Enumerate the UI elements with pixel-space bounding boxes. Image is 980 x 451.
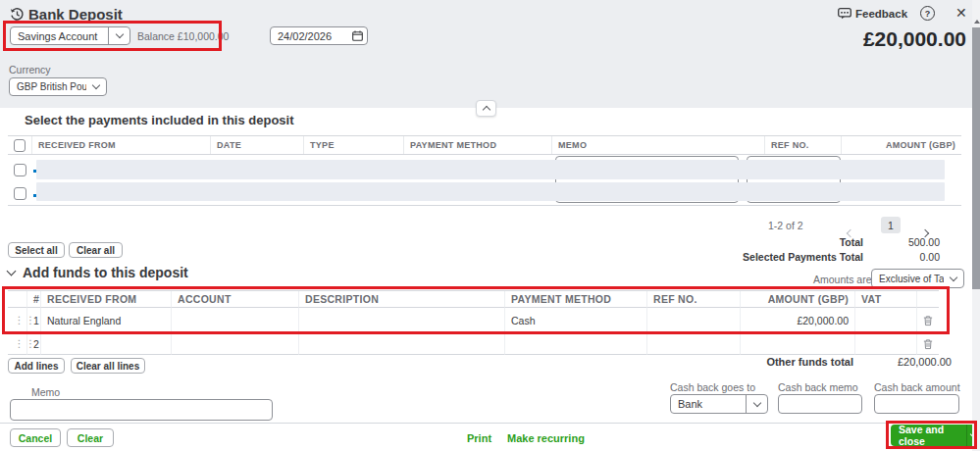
af-row1-num: 1 bbox=[27, 308, 41, 333]
chevron-down-icon bbox=[746, 395, 767, 413]
deposit-date-input[interactable]: 24/02/2026 bbox=[270, 26, 368, 45]
make-recurring-link[interactable]: Make recurring bbox=[507, 432, 585, 444]
currency-select[interactable]: GBP British Pound St... bbox=[9, 77, 107, 96]
memo-textarea[interactable] bbox=[10, 399, 273, 421]
cash-back-memo-label: Cash back memo bbox=[778, 381, 858, 393]
add-lines-button[interactable]: Add lines bbox=[8, 358, 65, 374]
af-col-amount: AMOUNT (GBP) bbox=[741, 291, 855, 308]
af-row1-description[interactable] bbox=[299, 308, 505, 333]
af-actions-col-header bbox=[917, 291, 939, 308]
account-balance-label: Balance £10,000.00 bbox=[137, 30, 229, 42]
af-row2-delete[interactable] bbox=[917, 333, 939, 355]
af-row2-vat[interactable] bbox=[855, 333, 917, 355]
col-type: TYPE bbox=[304, 136, 404, 154]
col-amount: AMOUNT (GBP) bbox=[842, 136, 961, 154]
col-memo: MEMO bbox=[552, 136, 765, 154]
clear-button[interactable]: Clear bbox=[67, 428, 114, 447]
af-col-description: DESCRIPTION bbox=[299, 291, 505, 308]
save-and-close-split-button[interactable]: Save and close bbox=[891, 425, 980, 446]
trash-icon bbox=[923, 337, 933, 351]
save-and-close-button[interactable]: Save and close bbox=[891, 425, 966, 446]
add-funds-heading-row[interactable]: Add funds to this deposit bbox=[8, 265, 188, 280]
help-icon[interactable]: ? bbox=[920, 6, 935, 21]
total-label: Total bbox=[667, 236, 863, 248]
selected-total-label: Selected Payments Total bbox=[667, 251, 863, 263]
drag-handle-icon[interactable]: ⋮⋮ bbox=[8, 308, 27, 333]
chevron-down-icon bbox=[944, 277, 963, 280]
af-row2-ref-no[interactable] bbox=[647, 333, 741, 355]
af-row2-description[interactable] bbox=[299, 333, 505, 355]
chevron-down-icon bbox=[108, 27, 129, 44]
col-ref-no: REF NO. bbox=[765, 136, 842, 154]
af-row1-payment-method[interactable]: Cash bbox=[505, 308, 647, 333]
total-value: 500.00 bbox=[844, 236, 940, 248]
cash-back-goes-to-select[interactable]: Bank bbox=[670, 394, 768, 414]
clear-all-lines-button[interactable]: Clear all lines bbox=[71, 358, 145, 374]
col-received-from: RECEIVED FROM bbox=[32, 136, 211, 154]
col-payment-method: PAYMENT METHOD bbox=[404, 136, 552, 154]
close-icon[interactable]: ✕ bbox=[955, 5, 967, 21]
redacted-row bbox=[36, 160, 945, 179]
af-col-ref-no: REF NO. bbox=[647, 291, 741, 308]
select-all-button[interactable]: Select all bbox=[8, 242, 65, 258]
redacted-row bbox=[36, 182, 945, 201]
af-row2-account[interactable] bbox=[172, 333, 299, 355]
amounts-are-label: Amounts are bbox=[813, 274, 872, 285]
add-funds-heading: Add funds to this deposit bbox=[23, 265, 188, 280]
af-row2-payment-method[interactable] bbox=[505, 333, 647, 355]
chevron-up-icon bbox=[482, 106, 490, 114]
af-row1-received-from[interactable]: Natural England bbox=[41, 308, 172, 333]
recent-transactions-clock-icon[interactable] bbox=[10, 7, 25, 22]
af-row1-account[interactable] bbox=[172, 308, 299, 333]
af-row2-num: 2 bbox=[27, 333, 41, 355]
trash-icon bbox=[923, 314, 933, 327]
select-all-checkbox[interactable] bbox=[8, 136, 32, 154]
other-funds-total-label: Other funds total bbox=[677, 356, 853, 368]
payments-table-header: RECEIVED FROM DATE TYPE PAYMENT METHOD M… bbox=[8, 135, 961, 155]
print-link[interactable]: Print bbox=[467, 432, 491, 444]
memo-label: Memo bbox=[31, 386, 60, 398]
pagination-page[interactable]: 1 bbox=[881, 217, 901, 233]
add-funds-table: # RECEIVED FROM ACCOUNT DESCRIPTION PAYM… bbox=[8, 290, 939, 355]
amounts-are-select[interactable]: Exclusive of Tax bbox=[871, 269, 964, 288]
scrollbar-up-arrow[interactable] bbox=[974, 20, 980, 24]
clear-all-button[interactable]: Clear all bbox=[69, 242, 123, 258]
other-funds-total-value: £20,000.00 bbox=[853, 356, 952, 368]
cash-back-amount-input[interactable] bbox=[874, 394, 959, 414]
cancel-button[interactable]: Cancel bbox=[10, 428, 61, 447]
deposit-total-amount: £20,000.00 bbox=[687, 27, 966, 51]
collapse-header-button[interactable] bbox=[476, 100, 496, 117]
feedback-button[interactable]: Feedback bbox=[855, 8, 907, 20]
af-row1-vat[interactable] bbox=[855, 308, 917, 333]
af-row1-amount[interactable]: £20,000.00 bbox=[741, 308, 855, 333]
payments-section-heading: Select the payments included in this dep… bbox=[25, 113, 294, 127]
payment-row-checkbox[interactable] bbox=[14, 187, 26, 200]
cash-back-memo-input[interactable] bbox=[778, 394, 862, 414]
col-date: DATE bbox=[211, 136, 304, 154]
amounts-are-value: Exclusive of Tax bbox=[872, 274, 944, 284]
af-row2-received-from[interactable] bbox=[41, 333, 172, 355]
af-row1-ref-no[interactable] bbox=[647, 308, 741, 333]
af-col-num: # bbox=[27, 291, 41, 308]
selected-total-value: 0.00 bbox=[844, 251, 940, 263]
af-col-vat: VAT bbox=[855, 291, 917, 308]
af-col-received-from: RECEIVED FROM bbox=[41, 291, 172, 308]
af-row2-amount[interactable] bbox=[741, 333, 855, 355]
payments-table-rows bbox=[8, 155, 961, 206]
af-drag-col-header bbox=[8, 291, 27, 308]
af-col-payment-method: PAYMENT METHOD bbox=[505, 291, 647, 308]
pagination-range: 1-2 of 2 bbox=[768, 220, 803, 231]
cash-back-goes-to-value: Bank bbox=[671, 398, 746, 410]
bank-deposit-page: Bank Deposit Feedback ? ✕ Savings Accoun… bbox=[0, 0, 980, 451]
chevron-down-icon bbox=[86, 85, 106, 88]
deposit-date-value: 24/02/2026 bbox=[271, 30, 347, 42]
page-title: Bank Deposit bbox=[28, 6, 123, 23]
payment-row-checkbox[interactable] bbox=[14, 164, 26, 176]
drag-handle-icon[interactable]: ⋮⋮ bbox=[8, 333, 27, 355]
feedback-bubble-icon[interactable] bbox=[838, 8, 851, 20]
deposit-account-select[interactable]: Savings Account bbox=[10, 26, 130, 45]
cash-back-amount-label: Cash back amount bbox=[874, 381, 960, 393]
scrollbar-thumb[interactable] bbox=[972, 27, 980, 289]
af-row1-delete[interactable] bbox=[917, 308, 939, 333]
calendar-icon bbox=[347, 30, 367, 41]
